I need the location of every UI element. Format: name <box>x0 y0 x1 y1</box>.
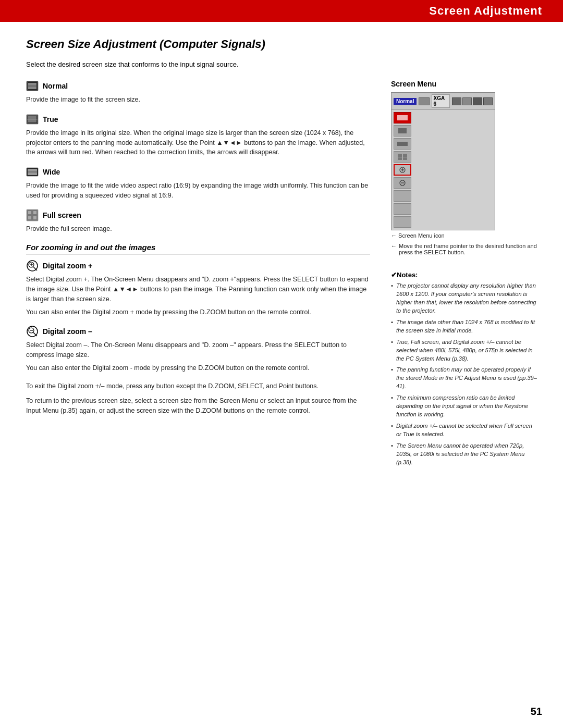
page-header: Screen Adjustment <box>0 0 563 22</box>
zoom-plus-label: Digital zoom + <box>43 262 92 270</box>
screen-menu-image-icon <box>419 97 430 105</box>
wide-body: Provide the image to fit the wide video … <box>26 181 370 201</box>
menu-item-2 <box>394 125 411 137</box>
notes-section: ✔Notes: The projector cannot display any… <box>391 271 537 467</box>
note-1: The projector cannot display any resolut… <box>391 282 537 315</box>
return-text: To return to the previous screen size, s… <box>26 396 370 416</box>
menu-icon-2 <box>462 97 472 105</box>
zoom-minus-body1: Select Digital zoom –. The On-Screen Men… <box>26 340 370 360</box>
menu-icon-4 <box>483 97 493 105</box>
screen-menu-icon-label-text: ← Screen Menu icon <box>391 232 445 239</box>
wide-label: Wide <box>43 168 60 176</box>
note-2: The image data other than 1024 x 768 is … <box>391 318 537 335</box>
menu-icon-3 <box>473 97 482 105</box>
section-wide: Wide Provide the image to fit the wide v… <box>26 166 370 201</box>
menu-item-3 <box>394 138 411 150</box>
page-number: 51 <box>531 706 542 718</box>
notes-title: ✔Notes: <box>391 271 537 279</box>
note-4: The panning function may not be operated… <box>391 366 537 391</box>
menu-item-8 <box>394 203 411 215</box>
xga-label: XGA 6 <box>432 94 450 108</box>
screen-menu-items <box>391 110 495 230</box>
svg-rect-16 <box>28 216 31 219</box>
fullscreen-label: Full screen <box>43 211 81 219</box>
svg-rect-29 <box>397 142 408 146</box>
section-zoom-plus: Digital zoom + Select Digital zoom +. Th… <box>26 260 370 317</box>
zoom-minus-body2: You can also enter the Digital zoom - mo… <box>26 363 370 373</box>
screen-menu-annotation: ← Screen Menu icon ← Move the red frame … <box>391 232 537 255</box>
right-column: Screen Menu Normal XGA 6 <box>391 80 537 470</box>
screen-menu-icons <box>452 97 493 105</box>
zoom-minus-icon <box>26 325 39 338</box>
svg-rect-17 <box>33 216 36 219</box>
section-zoom-minus: Digital zoom – Select Digital zoom –. Th… <box>26 325 370 373</box>
svg-rect-28 <box>398 128 407 133</box>
menu-item-7 <box>394 190 411 202</box>
zoom-plus-body1: Select Digital zoom +. The On-Screen Men… <box>26 275 370 304</box>
wide-icon <box>26 166 39 178</box>
note-3: True, Full screen, and Digital zoom +/– … <box>391 338 537 363</box>
screen-menu-annotation-text: Move the red frame pointer to the desire… <box>399 243 537 255</box>
svg-rect-30 <box>398 154 402 157</box>
true-label: True <box>43 115 58 124</box>
svg-rect-11 <box>28 171 37 172</box>
svg-rect-14 <box>28 211 31 214</box>
zoom-plus-icon <box>26 260 39 272</box>
screen-menu-container: Screen Menu Normal XGA 6 <box>391 80 537 467</box>
menu-item-5-selected <box>394 164 411 176</box>
exit-text: To exit the Digital zoom +/– mode, press… <box>26 381 370 391</box>
svg-rect-15 <box>33 211 36 214</box>
svg-rect-27 <box>397 115 408 120</box>
left-column: Normal Provide the image to fit the scre… <box>26 80 370 470</box>
notes-list: The projector cannot display any resolut… <box>391 282 537 467</box>
main-title: Screen Size Adjustment (Computer Signals… <box>26 38 537 51</box>
section-true: True Provide the image in its original s… <box>26 113 370 157</box>
true-body: Provide the image in its original size. … <box>26 128 370 157</box>
menu-item-1-active <box>394 112 411 124</box>
note-6: Digital zoom +/– cannot be selected when… <box>391 422 537 439</box>
svg-rect-3 <box>27 85 38 87</box>
intro-text: Select the desired screen size that conf… <box>26 60 537 68</box>
normal-body: Provide the image to fit the screen size… <box>26 95 370 105</box>
fullscreen-body: Provide the full screen image. <box>26 224 370 234</box>
zoom-plus-body2: You can also enter the Digital zoom + mo… <box>26 307 370 317</box>
fullscreen-icon <box>26 209 39 221</box>
menu-item-6 <box>394 177 411 189</box>
normal-label: Normal <box>43 82 68 90</box>
screen-menu-box: Normal XGA 6 <box>391 92 495 230</box>
true-icon <box>26 113 39 126</box>
svg-rect-32 <box>398 157 402 160</box>
normal-icon <box>26 80 39 92</box>
screen-menu-topbar: Normal XGA 6 <box>391 93 495 110</box>
menu-item-4 <box>394 151 411 163</box>
normal-menu-label: Normal <box>394 98 417 105</box>
screen-menu-title: Screen Menu <box>391 80 537 88</box>
arrow-symbol: ← <box>391 243 397 249</box>
note-7: The Screen Menu cannot be operated when … <box>391 442 537 467</box>
svg-rect-33 <box>403 157 407 160</box>
section-fullscreen: Full screen Provide the full screen imag… <box>26 209 370 234</box>
zoom-minus-label: Digital zoom – <box>43 327 92 336</box>
section-normal: Normal Provide the image to fit the scre… <box>26 80 370 105</box>
menu-item-9 <box>394 216 411 228</box>
zoom-section-title: For zooming in and out the images <box>26 243 370 254</box>
header-title: Screen Adjustment <box>429 4 542 17</box>
note-5: The minimum compression ratio can be lim… <box>391 394 537 419</box>
svg-rect-31 <box>403 154 407 157</box>
menu-icon-1 <box>452 97 461 105</box>
